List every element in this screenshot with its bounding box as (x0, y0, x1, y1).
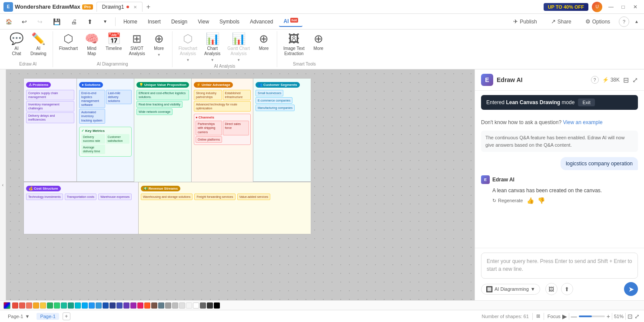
color-swatch-9[interactable] (103, 302, 109, 309)
ribbon-flowchart-analysis[interactable]: ⬡ FlowchartAnalysis ▼ (176, 31, 200, 64)
ribbon-gantt[interactable]: 📊 Gantt ChartAnalysis ▼ (225, 31, 252, 64)
ribbon-flowchart[interactable]: ⬡ Flowchart (56, 31, 80, 53)
color-swatch-15[interactable] (144, 302, 150, 309)
dislike-btn[interactable]: 👎 (538, 197, 545, 204)
color-swatch-green[interactable] (47, 302, 53, 309)
page-menu-btn[interactable]: Page-1 ▼ (4, 313, 33, 320)
ua-chip-1: Strong industry partnerships (194, 90, 222, 100)
app-logo-icon: E (3, 2, 13, 12)
qat-dropdown[interactable]: ▼ (99, 17, 112, 26)
minimize-btn[interactable]: — (606, 2, 616, 12)
ribbon-mindmap[interactable]: 🧠 MindMap (82, 31, 101, 58)
regenerate-btn[interactable]: ↻ Regenerate (492, 198, 523, 204)
close-btn[interactable]: ✕ (630, 2, 641, 12)
ai-send-btn[interactable]: ➤ (624, 282, 638, 296)
color-picker-btn[interactable] (3, 302, 10, 309)
color-swatch-12[interactable] (123, 302, 129, 309)
color-swatch-21[interactable] (200, 302, 206, 309)
layers-btn[interactable]: ⊞ (536, 313, 540, 319)
color-swatch-3[interactable] (54, 302, 60, 309)
ribbon-more-analysis[interactable]: ⊕ More (254, 31, 273, 53)
canvas-area[interactable]: ⚠ Problems Complex supply chain manageme… (6, 69, 475, 300)
maximize-btn[interactable]: □ (618, 2, 628, 12)
menu-ai[interactable]: AI hot (279, 16, 302, 27)
ribbon-timeline[interactable]: 📅 Timeline (103, 31, 124, 53)
color-swatch-10[interactable] (110, 302, 116, 309)
redo-btn[interactable]: ↪ (33, 16, 47, 27)
ai-panel-expand-btn[interactable]: ⤢ (632, 76, 638, 84)
menu-design[interactable]: Design (167, 17, 192, 26)
help-btn[interactable]: ? (619, 16, 629, 27)
exit-mode-btn[interactable]: Exit (578, 99, 594, 106)
save-btn[interactable]: 💾 (49, 16, 65, 27)
ai-input-box[interactable]: Enter your query here. Press Enter to se… (481, 253, 638, 279)
ribbon-collapse-btn[interactable]: ▲ (633, 17, 641, 26)
menu-symbols[interactable]: Symbols (215, 17, 244, 26)
menu-view[interactable]: View (193, 17, 213, 26)
new-tab-btn[interactable]: + (143, 2, 153, 12)
color-swatch-13[interactable] (130, 302, 136, 309)
zoom-slider[interactable] (579, 315, 605, 317)
color-swatch-5[interactable] (68, 302, 74, 309)
ai-export-btn[interactable]: ⬆ (561, 283, 573, 295)
like-btn[interactable]: 👍 (527, 197, 534, 204)
color-swatch-16[interactable] (151, 302, 157, 309)
color-swatch-22[interactable] (207, 302, 213, 309)
print-btn[interactable]: 🖨 (66, 16, 81, 27)
ribbon-chart-analysis[interactable]: 📊 ChartAnalysis ▼ (202, 31, 223, 64)
color-swatch-white[interactable] (193, 302, 199, 309)
color-swatch-blue[interactable] (96, 302, 102, 309)
sidebar-collapse-btn[interactable]: ‹ (0, 69, 6, 300)
ribbon-more-tools[interactable]: ⊕ More (309, 31, 328, 53)
fullscreen-btn[interactable]: ⤢ (634, 313, 640, 320)
color-swatch-14[interactable] (137, 302, 143, 309)
tab-close-btn[interactable]: ✕ (133, 5, 137, 10)
promo-badge[interactable]: UP TO 40% OFF (544, 3, 588, 11)
view-example-link[interactable]: View an example (563, 119, 602, 125)
color-swatch-20[interactable] (186, 302, 192, 309)
ai-mode-select[interactable]: 🔲 AI Diagramming ▼ (481, 284, 540, 295)
menu-advanced[interactable]: Advanced (246, 17, 277, 26)
zoom-out-btn[interactable]: — (571, 313, 577, 320)
color-swatch-1[interactable] (19, 302, 25, 309)
user-avatar[interactable]: U (592, 2, 602, 12)
share-btn[interactable]: ↗ Share (546, 16, 577, 26)
color-swatch-17[interactable] (158, 302, 164, 309)
zoom-in-btn[interactable]: + (607, 313, 610, 320)
ribbon-ai-drawing[interactable]: ✏️ AIDrawing (28, 31, 49, 58)
color-swatch-8[interactable] (89, 302, 95, 309)
color-swatch-gray[interactable] (165, 302, 171, 309)
color-swatch-black[interactable] (214, 302, 220, 309)
play-btn[interactable]: ▶ (562, 313, 567, 320)
color-swatch-6[interactable] (75, 302, 81, 309)
ribbon-ai-chat[interactable]: 💬 AIChat (7, 31, 26, 58)
undo-btn[interactable]: ↩ (17, 16, 31, 27)
export-btn[interactable]: ⬆ (83, 16, 97, 27)
options-btn[interactable]: ⚙ Options (580, 16, 615, 26)
home-nav-btn[interactable]: 🏠 (3, 16, 14, 27)
drawing-tab[interactable]: Drawing1 ✕ (96, 2, 143, 12)
ribbon-image-text[interactable]: 🖼 Image TextExtraction (281, 31, 307, 58)
color-swatch-4[interactable] (61, 302, 67, 309)
color-swatch-orange[interactable] (33, 302, 39, 309)
color-swatch-red[interactable] (12, 302, 18, 309)
color-swatch-18[interactable] (172, 302, 178, 309)
ribbon-swot[interactable]: ⊞ SWOTAnalysis (126, 31, 147, 58)
color-swatch-2[interactable] (26, 302, 32, 309)
ai-drawing-icon: ✏️ (31, 33, 45, 44)
fit-page-btn[interactable]: ⊡ (627, 313, 633, 320)
page-1-tab[interactable]: Page-1 (37, 313, 59, 320)
msg-system-text-1: Don't know how to ask a question? (481, 119, 563, 125)
color-swatch-11[interactable] (116, 302, 123, 309)
ai-help-btn[interactable]: ? (591, 76, 599, 84)
ribbon-more-diag[interactable]: ⊕ More ▼ (149, 31, 169, 59)
ai-panel-minimize-btn[interactable]: ⊟ (623, 76, 629, 84)
ai-image-btn[interactable]: 🖼 (545, 283, 558, 295)
color-swatch-7[interactable] (82, 302, 88, 309)
menu-home[interactable]: Home (119, 17, 142, 26)
color-swatch-yellow[interactable] (40, 302, 46, 309)
color-swatch-19[interactable] (179, 302, 185, 309)
menu-insert[interactable]: Insert (143, 17, 165, 26)
add-page-btn[interactable]: + (63, 312, 70, 320)
publish-btn[interactable]: ✈ Publish (508, 16, 542, 26)
